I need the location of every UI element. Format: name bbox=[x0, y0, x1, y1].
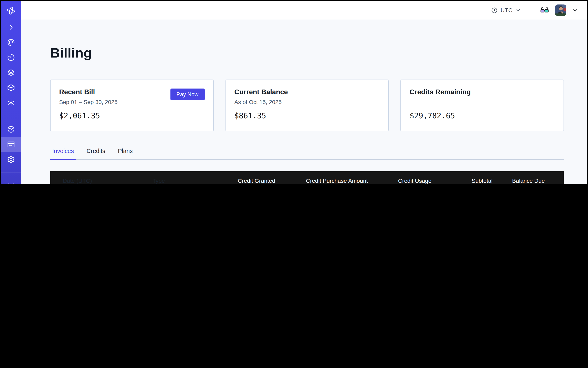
sidebar-item-billing[interactable] bbox=[1, 137, 21, 152]
account-menu-button[interactable] bbox=[572, 7, 578, 13]
chevron-down-icon bbox=[572, 7, 578, 13]
chevron-right-icon bbox=[7, 23, 15, 31]
tab-credits[interactable]: Credits bbox=[84, 148, 107, 160]
sidebar-item-expand[interactable] bbox=[1, 19, 21, 35]
col-header-credit-granted: Credit Granted bbox=[230, 177, 275, 184]
table-header-row: Date (UTC) Type Credit Granted Credit Pu… bbox=[51, 172, 563, 184]
pay-now-button[interactable]: Pay Now bbox=[170, 89, 205, 100]
timezone-label: UTC bbox=[500, 7, 513, 13]
card-subtitle: As of Oct 15, 2025 bbox=[234, 99, 380, 106]
col-header-date: Date (UTC) bbox=[51, 177, 153, 184]
sidebar-item-services[interactable] bbox=[1, 95, 21, 110]
card-title: Current Balance bbox=[234, 88, 380, 96]
sidebar-item-settings[interactable] bbox=[1, 152, 21, 167]
asterisk-icon bbox=[7, 99, 15, 107]
card-subtitle bbox=[410, 99, 555, 106]
sidebar-item-history[interactable] bbox=[1, 50, 21, 65]
avatar-photo bbox=[555, 4, 566, 16]
gauge-icon bbox=[7, 125, 15, 133]
topbar: UTC bbox=[21, 1, 587, 20]
sidebar-item-cube[interactable] bbox=[1, 80, 21, 95]
card-title: Credits Remaining bbox=[410, 88, 555, 96]
ship-wheel-icon bbox=[7, 182, 15, 184]
cube-icon bbox=[7, 83, 15, 92]
glasses-icon bbox=[540, 6, 549, 15]
credits-remaining-card: Credits Remaining $29,782.65 bbox=[401, 80, 564, 131]
billing-tabs: Invoices Credits Plans bbox=[50, 148, 564, 160]
clock-icon bbox=[491, 7, 498, 14]
col-header-credit-usage: Credit Usage bbox=[368, 177, 431, 184]
col-header-type: Type bbox=[153, 177, 230, 184]
app-logo[interactable] bbox=[1, 2, 21, 19]
recent-bill-card: Recent Bill Sep 01 – Sep 30, 2025 $2,061… bbox=[50, 80, 213, 131]
spiral-eye-icon bbox=[7, 38, 15, 46]
chevron-down-icon bbox=[516, 7, 521, 13]
sidebar-item-layers[interactable] bbox=[1, 65, 21, 80]
timezone-selector[interactable]: UTC bbox=[491, 7, 521, 14]
current-balance-card: Current Balance As of Oct 15, 2025 $861.… bbox=[225, 80, 389, 131]
gear-icon bbox=[7, 155, 15, 163]
recent-bill-amount: $2,061.35 bbox=[59, 111, 205, 120]
sidebar bbox=[1, 1, 21, 184]
main-area: UTC bbox=[21, 1, 587, 184]
invoices-table: Date (UTC) Type Credit Granted Credit Pu… bbox=[50, 171, 564, 184]
view-mode-button[interactable] bbox=[540, 6, 549, 15]
timer-icon bbox=[7, 53, 15, 61]
orbit-logo-icon bbox=[6, 6, 16, 16]
avatar[interactable] bbox=[555, 4, 566, 16]
page-title: Billing bbox=[50, 45, 564, 61]
billing-page: Billing Recent Bill Sep 01 – Sep 30, 202… bbox=[21, 20, 587, 184]
app-window: UTC bbox=[0, 0, 588, 184]
sidebar-item-observe[interactable] bbox=[1, 35, 21, 50]
billing-icon bbox=[7, 140, 15, 148]
col-header-subtotal: Subtotal bbox=[431, 177, 493, 184]
col-header-credit-purchase: Credit Purchase Amount bbox=[275, 177, 368, 184]
summary-cards: Recent Bill Sep 01 – Sep 30, 2025 $2,061… bbox=[50, 80, 564, 131]
credits-remaining-amount: $29,782.65 bbox=[410, 111, 555, 120]
sidebar-item-usage[interactable] bbox=[1, 122, 21, 137]
current-balance-amount: $861.35 bbox=[234, 111, 380, 120]
tab-invoices[interactable]: Invoices bbox=[50, 148, 76, 160]
sidebar-item-support[interactable] bbox=[1, 178, 21, 184]
col-header-balance-due: Balance Due bbox=[493, 177, 545, 184]
tab-plans[interactable]: Plans bbox=[116, 148, 135, 160]
sidebar-divider bbox=[1, 173, 21, 173]
sidebar-divider bbox=[1, 116, 21, 116]
layers-icon bbox=[7, 68, 15, 76]
